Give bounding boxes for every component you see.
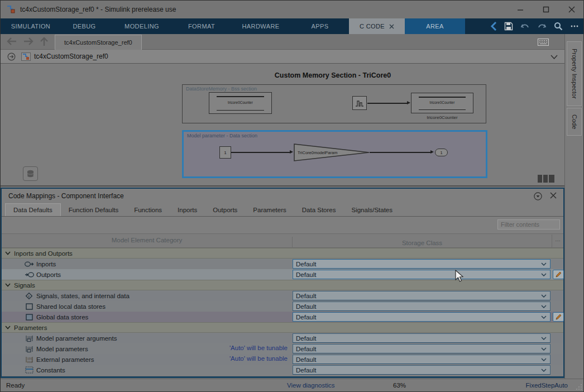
undo-icon[interactable] xyxy=(520,22,530,31)
table-row-external-parameters[interactable]: 101 010 External parameters 'Auto' will … xyxy=(2,354,563,365)
table-row-global-data-stores[interactable]: Global data stores Default xyxy=(2,312,563,322)
chevron-down-icon xyxy=(541,337,547,340)
tab-apps[interactable]: APPS xyxy=(291,18,349,34)
minimize-button[interactable] xyxy=(508,1,533,18)
outport-block[interactable]: 1 xyxy=(435,149,448,156)
back-icon[interactable] xyxy=(6,37,17,46)
search-icon[interactable] xyxy=(554,22,563,31)
table-row-outports[interactable]: Outports Default xyxy=(2,269,563,280)
table-row-constants[interactable]: Constants Default xyxy=(2,365,563,375)
forward-icon[interactable] xyxy=(23,37,34,46)
panel-header: Code Mappings - Component Interface xyxy=(2,189,563,203)
chevron-down-icon[interactable] xyxy=(551,55,558,59)
arrow-head xyxy=(407,101,410,104)
chevron-down-icon xyxy=(541,273,547,276)
panel-close-icon[interactable] xyxy=(550,192,557,199)
tab-inports[interactable]: Inports xyxy=(170,203,205,216)
storage-class-dropdown-signals[interactable]: Default xyxy=(293,291,551,300)
storage-class-dropdown-shared-stores[interactable]: Default xyxy=(293,302,551,311)
table-row-model-parameters[interactable]: 101 Model parameters 'Auto' will be tuna… xyxy=(2,343,563,354)
tab-format[interactable]: FORMAT xyxy=(173,18,231,34)
storage-class-dropdown-global-stores[interactable]: Default xyxy=(293,312,551,322)
tab-outports[interactable]: Outports xyxy=(205,203,245,216)
storage-class-dropdown-external-parameters[interactable]: Default xyxy=(293,355,551,364)
storage-class-dropdown-model-parameters[interactable]: Default xyxy=(293,344,551,353)
column-model-element-category[interactable]: Model Element Category xyxy=(2,237,292,243)
maximize-button[interactable] xyxy=(533,1,559,18)
model-name: tc4xCustomStorage_ref0 xyxy=(34,52,108,60)
panel-menu-icon[interactable] xyxy=(534,192,542,200)
chevron-down-icon xyxy=(541,347,547,351)
chevron-down-icon xyxy=(541,305,547,308)
view-diagnostics-link[interactable]: View diagnostics xyxy=(287,382,334,389)
keyboard-icon[interactable] xyxy=(538,39,549,46)
external-parameter-icon: 101 010 xyxy=(25,356,33,364)
edit-storage-class-button[interactable] xyxy=(553,270,564,279)
tab-area[interactable]: AREA xyxy=(405,18,465,34)
panel-title: Code Mappings - Component Interface xyxy=(8,192,124,200)
collapse-left-icon[interactable] xyxy=(490,22,497,31)
tab-modeling[interactable]: MODELING xyxy=(111,18,173,34)
inport-icon xyxy=(25,261,34,267)
document-tab[interactable]: tc4xCustomStorage_ref0 xyxy=(55,35,142,50)
column-more-button[interactable]: ... xyxy=(552,235,563,248)
tab-property-inspector[interactable]: Property Inspector xyxy=(567,41,582,106)
save-icon[interactable] xyxy=(504,22,513,31)
hub-icon[interactable] xyxy=(7,52,16,61)
table-row-shared-local-data-stores[interactable]: Shared local data stores Default xyxy=(2,301,563,312)
pane-layout-widget[interactable] xyxy=(538,175,554,183)
signal-source-block[interactable] xyxy=(352,96,367,110)
chevron-down-icon[interactable] xyxy=(5,283,11,287)
tab-simulation[interactable]: SIMULATION xyxy=(4,18,58,34)
table-row-signals-states-internal[interactable]: x Signals, states, and internal data Def… xyxy=(2,290,563,301)
solver-name[interactable]: FixedStepAuto xyxy=(526,382,568,389)
tab-functions[interactable]: Functions xyxy=(126,203,170,216)
data-store-write-block[interactable]: tricore0Counter xyxy=(411,93,473,113)
storage-class-dropdown-inports[interactable]: Default xyxy=(293,259,551,269)
redo-icon[interactable] xyxy=(537,22,547,31)
area-label: Model parameter - Data section xyxy=(187,133,257,138)
arrow-head xyxy=(430,150,434,154)
signal-icon: x xyxy=(25,292,33,300)
group-row-parameters[interactable]: Parameters xyxy=(2,322,563,333)
storage-class-dropdown-outports[interactable]: Default xyxy=(293,270,551,279)
constant-icon xyxy=(25,366,33,374)
pencil-icon xyxy=(555,313,562,321)
chevron-down-icon xyxy=(541,315,547,319)
zoom-level: 63% xyxy=(393,382,406,389)
gain-block[interactable]: TriCore0modelParam xyxy=(294,144,370,162)
chevron-down-icon[interactable] xyxy=(5,326,11,329)
tab-parameters[interactable]: Parameters xyxy=(245,203,294,216)
svg-text:x: x xyxy=(28,294,30,298)
more-options-icon[interactable] xyxy=(570,22,579,30)
model-breadcrumb-bar: tc4xCustomStorage_ref0 xyxy=(1,50,564,64)
filter-contents-input[interactable] xyxy=(497,219,560,230)
tab-hardware[interactable]: HARDWARE xyxy=(231,18,291,34)
inport-block[interactable]: 1 xyxy=(219,146,231,159)
tab-code[interactable]: Code xyxy=(567,108,582,136)
chevron-down-icon[interactable] xyxy=(5,251,11,255)
svg-text:010: 010 xyxy=(27,360,32,364)
close-button[interactable] xyxy=(559,1,584,18)
chevron-down-icon xyxy=(541,262,547,266)
tab-debug[interactable]: DEBUG xyxy=(58,18,111,34)
tab-c-code[interactable]: C CODE xyxy=(349,18,405,34)
resize-grip-icon[interactable] xyxy=(576,384,582,390)
up-icon[interactable] xyxy=(40,37,49,46)
storage-class-dropdown-model-param-args[interactable]: Default xyxy=(293,333,551,343)
table-row-model-parameter-arguments[interactable]: 101 Model parameter arguments Default xyxy=(2,333,563,343)
storage-class-dropdown-constants[interactable]: Default xyxy=(293,365,551,375)
tab-data-defaults[interactable]: Data Defaults xyxy=(5,203,61,216)
mapping-table: Inports and Outports Inports Default xyxy=(2,248,563,375)
group-row-inports-and-outports[interactable]: Inports and Outports xyxy=(2,248,563,259)
table-row-inports[interactable]: Inports Default xyxy=(2,259,563,269)
tunable-note: 'Auto' will be tunable xyxy=(229,355,288,362)
data-store-memory-block[interactable]: tricore0Counter xyxy=(209,92,272,114)
group-row-signals[interactable]: Signals xyxy=(2,280,563,290)
edit-storage-class-button[interactable] xyxy=(553,312,564,322)
data-dictionary-badge[interactable] xyxy=(23,166,38,181)
tab-data-stores[interactable]: Data Stores xyxy=(294,203,344,216)
tab-signals-states[interactable]: Signals/States xyxy=(344,203,401,216)
close-tab-icon[interactable] xyxy=(389,24,394,29)
tab-function-defaults[interactable]: Function Defaults xyxy=(61,203,127,216)
